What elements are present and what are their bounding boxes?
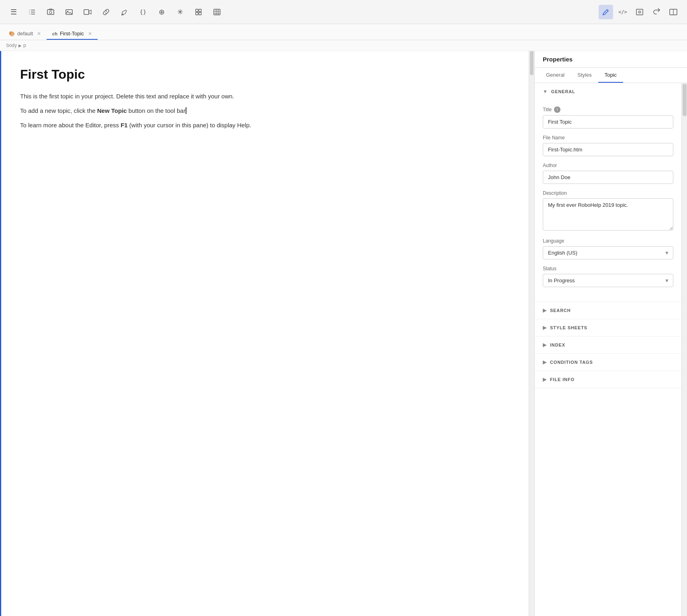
code-view-button[interactable]: </> — [615, 5, 630, 19]
tabs-bar: 🎨 default ✕ ch First-Topic ✕ — [0, 24, 687, 40]
breadcrumb-body[interactable]: body — [6, 43, 17, 48]
hamburger-menu-button[interactable]: ☰ — [6, 5, 21, 19]
properties-panel-title: Properties — [535, 51, 687, 68]
image-button[interactable] — [62, 5, 76, 19]
cursor — [186, 107, 186, 114]
properties-tabs: General Styles Topic — [535, 68, 687, 83]
tab-default-label: default — [17, 31, 33, 37]
svg-rect-17 — [199, 12, 201, 15]
breadcrumb-p[interactable]: p — [23, 43, 26, 48]
title-info-icon[interactable]: i — [554, 106, 560, 113]
snippet-button[interactable] — [191, 5, 206, 19]
numbered-list-button[interactable]: 1 2 3 — [25, 5, 39, 19]
status-select-wrapper: In Progress Draft Review Complete ▼ — [543, 274, 673, 287]
breadcrumb: body ▶ p — [0, 40, 687, 51]
editor-heading: First Topic — [20, 67, 514, 82]
section-condition-tags-label: CONDITION TAGS — [550, 360, 593, 365]
tab-first-topic-close[interactable]: ✕ — [88, 31, 92, 37]
toolbar-left-group: ☰ 1 2 3 — [6, 5, 224, 19]
svg-rect-16 — [196, 12, 198, 15]
svg-rect-18 — [214, 9, 220, 15]
svg-rect-12 — [84, 10, 89, 14]
editor-scrollbar[interactable] — [529, 51, 534, 616]
editor-paragraph-2: To add a new topic, click the New Topic … — [20, 106, 514, 116]
field-filename-label: File Name — [543, 135, 673, 141]
editor-area: First Topic This is the first topic in y… — [0, 51, 534, 616]
section-index-label: INDEX — [550, 343, 565, 347]
section-stylesheets-header[interactable]: ▶ STYLE SHEETS — [535, 319, 681, 336]
properties-scrollbar[interactable] — [681, 83, 687, 616]
field-language-label: Language — [543, 238, 673, 244]
tab-default[interactable]: 🎨 default ✕ — [3, 27, 47, 40]
main-layout: First Topic This is the first topic in y… — [0, 51, 687, 616]
section-file-info-header[interactable]: ▶ FILE INFO — [535, 371, 681, 388]
editor-paragraph-3: To learn more about the Editor, press F1… — [20, 120, 514, 130]
preview-button[interactable] — [632, 5, 647, 19]
field-language-group: Language English (US) English (UK) Frenc… — [543, 238, 673, 259]
tab-first-topic[interactable]: ch First-Topic ✕ — [47, 27, 98, 40]
section-index: ▶ INDEX — [535, 337, 681, 354]
field-title-label: Title i — [543, 106, 673, 113]
section-general-chevron: ▼ — [543, 89, 548, 94]
new-topic-bold: New Topic — [97, 107, 127, 114]
editor-paragraph-1: This is the first topic in your project.… — [20, 92, 514, 101]
main-toolbar: ☰ 1 2 3 — [0, 0, 687, 24]
section-file-info: ▶ FILE INFO — [535, 371, 681, 388]
prop-tab-general[interactable]: General — [540, 68, 571, 83]
tab-default-icon: 🎨 — [9, 31, 15, 37]
description-textarea[interactable]: My first ever RoboHelp 2019 topic. — [543, 198, 673, 230]
screenshot-button[interactable] — [43, 5, 58, 19]
svg-point-8 — [49, 11, 52, 14]
title-input[interactable] — [543, 115, 673, 129]
editor-scrollbar-thumb[interactable] — [530, 51, 534, 75]
section-file-info-label: FILE INFO — [550, 377, 575, 382]
section-index-chevron: ▶ — [543, 342, 547, 348]
section-stylesheets: ▶ STYLE SHEETS — [535, 319, 681, 337]
author-input[interactable] — [543, 171, 673, 184]
section-general-header[interactable]: ▼ GENERAL — [535, 83, 681, 100]
section-search: ▶ SEARCH — [535, 302, 681, 319]
code-braces-button[interactable]: {} — [136, 5, 150, 19]
editor-content[interactable]: First Topic This is the first topic in y… — [0, 51, 534, 616]
add-circle-button[interactable]: ⊕ — [154, 5, 169, 19]
edit-mode-button[interactable] — [599, 5, 613, 19]
section-condition-tags-chevron: ▶ — [543, 359, 547, 365]
filename-input[interactable] — [543, 143, 673, 156]
section-stylesheets-chevron: ▶ — [543, 325, 547, 330]
field-description-group: Description My first ever RoboHelp 2019 … — [543, 190, 673, 232]
svg-text:3: 3 — [29, 13, 30, 15]
properties-scrollbar-thumb[interactable] — [683, 84, 687, 116]
link-button[interactable] — [99, 5, 113, 19]
field-author-label: Author — [543, 163, 673, 168]
svg-rect-14 — [196, 9, 198, 12]
section-condition-tags: ▶ CONDITION TAGS — [535, 354, 681, 371]
highlight-button[interactable] — [117, 5, 132, 19]
status-select[interactable]: In Progress Draft Review Complete — [543, 274, 673, 287]
tab-default-close[interactable]: ✕ — [37, 31, 41, 37]
export-button[interactable] — [649, 5, 664, 19]
field-filename-group: File Name — [543, 135, 673, 156]
tab-first-topic-icon: ch — [52, 31, 57, 36]
section-file-info-chevron: ▶ — [543, 377, 547, 382]
video-button[interactable] — [80, 5, 95, 19]
prop-tab-topic[interactable]: Topic — [598, 68, 623, 83]
field-author-group: Author — [543, 163, 673, 184]
svg-point-25 — [639, 12, 640, 12]
language-select-wrapper: English (US) English (UK) French German … — [543, 246, 673, 259]
tab-first-topic-label: First-Topic — [60, 31, 84, 37]
asterisk-button[interactable]: ✳ — [173, 5, 187, 19]
field-title-group: Title i — [543, 106, 673, 129]
field-description-label: Description — [543, 190, 673, 196]
properties-panel: Properties General Styles Topic ▼ GENERA… — [534, 51, 687, 616]
breadcrumb-arrow: ▶ — [18, 43, 22, 48]
section-search-header[interactable]: ▶ SEARCH — [535, 302, 681, 319]
svg-rect-15 — [199, 9, 201, 12]
language-select[interactable]: English (US) English (UK) French German — [543, 246, 673, 259]
table-button[interactable] — [210, 5, 224, 19]
prop-tab-styles[interactable]: Styles — [571, 68, 598, 83]
f1-bold: F1 — [121, 122, 128, 129]
toolbar-right-group: </> — [599, 5, 681, 19]
split-view-button[interactable] — [666, 5, 681, 19]
section-index-header[interactable]: ▶ INDEX — [535, 337, 681, 353]
section-condition-tags-header[interactable]: ▶ CONDITION TAGS — [535, 354, 681, 371]
